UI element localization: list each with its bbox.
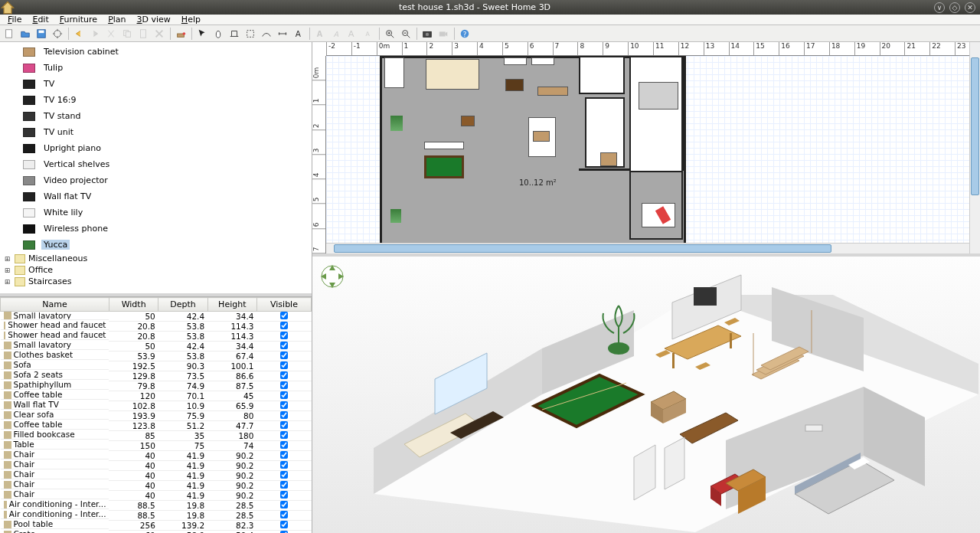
cell-visible[interactable] <box>256 451 311 461</box>
cell-visible[interactable] <box>256 521 311 531</box>
cell-visible[interactable] <box>256 471 311 481</box>
help-button[interactable]: ? <box>457 26 472 41</box>
paste-button[interactable] <box>136 26 151 41</box>
table-row[interactable]: Coffee table123.851.247.7 <box>1 421 312 431</box>
cut-button[interactable] <box>103 26 119 41</box>
table-row[interactable]: Clear sofa193.975.980 <box>1 411 312 421</box>
video-button[interactable] <box>436 26 451 41</box>
catalog-item[interactable]: Wall flat TV <box>3 188 312 204</box>
cell-visible[interactable] <box>256 371 311 381</box>
text-decrease-button[interactable]: A <box>361 26 376 41</box>
table-row[interactable]: Sofa 2 seats129.873.586.6 <box>1 371 312 381</box>
column-header[interactable]: Name <box>1 298 109 312</box>
text-bold-button[interactable]: A <box>312 26 328 41</box>
menu-3dview[interactable]: 3D view <box>132 15 175 25</box>
furn2d[interactable] <box>533 131 550 142</box>
cell-visible[interactable] <box>256 342 311 352</box>
polyline-tool[interactable] <box>259 26 274 41</box>
3d-view[interactable] <box>312 257 980 533</box>
catalog-item[interactable]: Vertical shelves <box>3 156 312 172</box>
wall-tool[interactable] <box>227 26 242 41</box>
room-tool[interactable] <box>243 26 258 41</box>
menu-help[interactable]: Help <box>177 15 205 25</box>
dimension-tool[interactable] <box>275 26 290 41</box>
scrollbar-horizontal[interactable] <box>326 243 969 253</box>
table-row[interactable]: Table1507574 <box>1 441 312 451</box>
furn2d[interactable] <box>531 57 554 65</box>
catalog-item[interactable]: TV stand <box>3 108 312 124</box>
zoom-out-button[interactable] <box>398 26 413 41</box>
table-row[interactable]: Pool table256139.282.3 <box>1 521 312 531</box>
cell-visible[interactable] <box>256 332 311 342</box>
cell-visible[interactable] <box>256 322 311 332</box>
table-row[interactable]: Crate6058.959.4 <box>1 531 312 534</box>
column-header[interactable]: Visible <box>256 298 311 312</box>
plan-canvas[interactable]: 10..12 m² <box>326 56 980 253</box>
add-furniture-button[interactable] <box>173 26 188 41</box>
pool-table-2d[interactable] <box>424 155 464 178</box>
plant-2d[interactable] <box>390 209 401 223</box>
plant-2d[interactable] <box>390 116 403 131</box>
pan-tool[interactable] <box>211 26 226 41</box>
cell-visible[interactable] <box>256 312 311 322</box>
plan-view[interactable]: -2-10m1234567891011121314151617181920212… <box>312 42 980 257</box>
expand-icon[interactable]: ⊞ <box>3 255 11 263</box>
column-header[interactable]: Width <box>109 298 158 312</box>
catalog-category[interactable]: ⊞Staircases <box>3 276 312 287</box>
cell-visible[interactable] <box>256 491 311 501</box>
catalog-item[interactable]: Yucca <box>3 237 312 253</box>
text-tool[interactable]: A <box>291 26 306 41</box>
catalog-item[interactable]: Tulip <box>3 60 312 76</box>
catalog-item[interactable]: TV unit <box>3 124 312 140</box>
save-button[interactable] <box>34 26 49 41</box>
copy-button[interactable] <box>119 26 135 41</box>
redo-button[interactable] <box>87 26 103 41</box>
cell-visible[interactable] <box>256 391 311 401</box>
furn2d[interactable] <box>461 116 475 126</box>
table-row[interactable]: Small lavatory5042.434.4 <box>1 342 312 352</box>
catalog-item[interactable]: TV 16:9 <box>3 92 312 108</box>
maximize-button[interactable]: ◇ <box>949 2 960 13</box>
furn2d[interactable] <box>537 87 568 96</box>
close-button[interactable]: ✕ <box>965 2 975 13</box>
catalog-category[interactable]: ⊞Miscellaneous <box>3 253 312 264</box>
catalog-item[interactable]: TV <box>3 76 312 92</box>
delete-button[interactable] <box>152 26 167 41</box>
table-row[interactable]: Coffee table12070.145 <box>1 391 312 401</box>
column-header[interactable]: Depth <box>158 298 207 312</box>
table-row[interactable]: Air conditioning - Inter...88.519.828.5 <box>1 501 312 511</box>
cell-visible[interactable] <box>256 352 311 361</box>
bed-2d[interactable] <box>639 82 678 110</box>
catalog-item[interactable]: Wireless phone <box>3 221 312 237</box>
table-row[interactable]: Clothes basket53.953.867.4 <box>1 352 312 361</box>
photo-button[interactable] <box>420 26 435 41</box>
table-row[interactable]: Shower head and faucet20.853.8114.3 <box>1 322 312 332</box>
furn2d[interactable] <box>424 142 464 149</box>
cell-visible[interactable] <box>256 401 311 411</box>
undo-button[interactable] <box>71 26 87 41</box>
cell-visible[interactable] <box>256 361 311 371</box>
table-row[interactable]: Chair4041.990.2 <box>1 481 312 491</box>
crate-2d[interactable] <box>600 152 617 166</box>
menu-plan[interactable]: Plan <box>103 15 130 25</box>
table-row[interactable]: Air conditioning - Inter...88.519.828.5 <box>1 511 312 521</box>
cell-visible[interactable] <box>256 431 311 441</box>
cell-visible[interactable] <box>256 421 311 431</box>
catalog-category[interactable]: ⊞Office <box>3 264 312 276</box>
cell-visible[interactable] <box>256 481 311 491</box>
text-increase-button[interactable]: A <box>345 26 360 41</box>
table-row[interactable]: Chair4041.990.2 <box>1 491 312 501</box>
expand-icon[interactable]: ⊞ <box>3 278 11 286</box>
furn2d[interactable] <box>504 57 527 65</box>
menu-furniture[interactable]: Furniture <box>55 15 102 25</box>
table-row[interactable]: Spathiphyllum79.874.987.5 <box>1 381 312 391</box>
catalog-item[interactable]: Television cabinet <box>3 44 312 60</box>
catalog-item[interactable]: White lily <box>3 204 312 221</box>
open-button[interactable] <box>18 26 33 41</box>
furniture-list[interactable]: NameWidthDepthHeightVisible Small lavato… <box>0 296 312 533</box>
preferences-button[interactable] <box>50 26 65 41</box>
table-row[interactable]: Sofa192.590.3100.1 <box>1 361 312 371</box>
furn2d[interactable] <box>505 79 524 91</box>
menu-edit[interactable]: Edit <box>28 15 53 25</box>
furn2d[interactable] <box>426 59 479 90</box>
